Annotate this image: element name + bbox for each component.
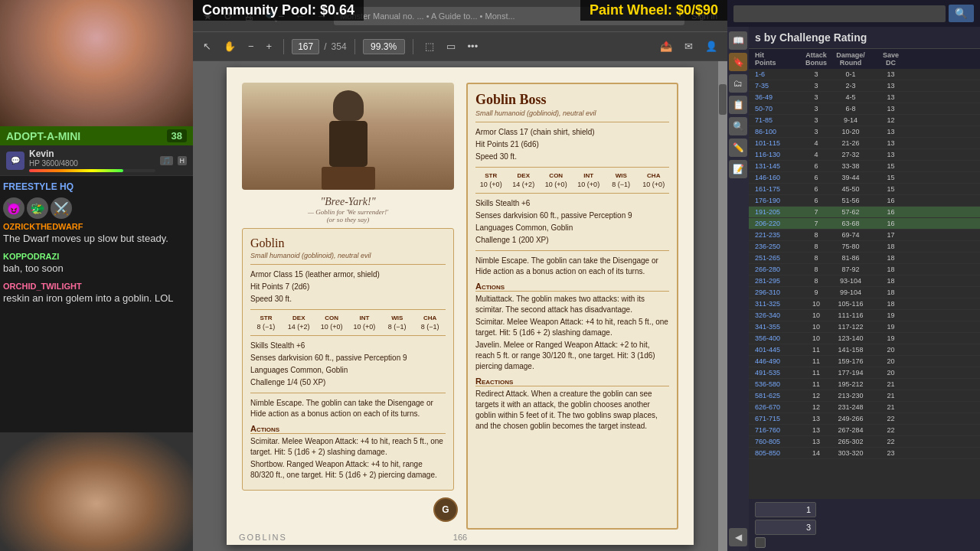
cr-cell-cr: 536-580 [755,380,801,389]
table-row[interactable]: 311-325 10 105-116 18 [749,298,980,310]
boss-con-val: 10 (+0) [541,181,572,188]
cr-cell-dmg: 18 [870,265,912,274]
zoom-in-pdf[interactable]: + [263,38,276,54]
int-header: INT [348,315,380,321]
table-row[interactable]: 581-625 12 213-230 21 [749,390,980,402]
bottom-input-2[interactable]: 3 [755,520,816,535]
table-row[interactable]: 401-445 11 141-158 20 [749,344,980,356]
table-row[interactable]: 251-265 8 81-86 18 [749,253,980,264]
cr-cell-atk: 105-116 [831,299,870,308]
table-row[interactable]: 191-205 7 57-62 16 [749,207,980,218]
table-row[interactable]: 236-250 8 75-80 18 [749,241,980,253]
cr-cell-dmg: 20 [870,368,912,377]
str-val: 8 (−1) [250,323,282,331]
collapse-panel-btn[interactable]: ◀ [729,528,747,546]
print-button[interactable]: 🖨 [240,8,258,24]
refresh-button[interactable]: ↺ [220,8,237,24]
sidebar-icon-4[interactable]: 📋 [729,96,747,114]
pan-tool[interactable]: ✋ [220,38,240,54]
hp-bar [29,169,155,172]
table-row[interactable]: 1-6 3 0-1 13 [749,69,980,80]
search-input[interactable] [733,5,946,22]
table-row[interactable]: 491-535 11 177-194 20 [749,367,980,379]
sidebar-icon-7[interactable]: 📝 [729,160,747,178]
cr-cell-save [912,150,942,159]
cr-cell-cr: 760-805 [755,437,801,446]
table-row[interactable]: 86-100 3 10-20 13 [749,126,980,138]
cr-cell-hp: 8 [801,242,831,251]
zoom-level: 99.3% [363,39,405,54]
cr-table-body: 1-6 3 0-1 13 7-35 3 2-3 13 36-49 3 4-5 1… [749,69,980,499]
table-row[interactable]: 266-280 8 87-92 18 [749,264,980,276]
table-row[interactable]: 161-175 6 45-50 15 [749,184,980,195]
chat-section-title: FREESTYLE HQ [3,179,190,194]
zoom-out-pdf[interactable]: − [244,38,258,54]
cr-cell-atk: 177-194 [831,368,870,377]
table-row[interactable]: 281-295 8 93-104 18 [749,276,980,287]
table-row[interactable]: 446-490 11 159-176 20 [749,356,980,367]
cr-title-text: s by Challenge Rating [755,31,867,44]
boss-hp: Hit Points 21 (6d6) [475,139,669,150]
account-tool[interactable]: 👤 [701,38,721,54]
more-tools[interactable]: ••• [464,38,482,54]
bottom-checkbox[interactable] [755,537,766,548]
sidebar-icon-6[interactable]: ✏️ [729,139,747,157]
back-button[interactable]: ★ [199,8,217,24]
table-row[interactable]: 116-130 4 27-32 13 [749,149,980,161]
search-button[interactable]: 🔍 [949,5,974,22]
table-row[interactable]: 296-310 9 99-104 18 [749,287,980,298]
sidebar-icon-5[interactable]: 🔍 [729,117,747,135]
cr-cell-cr: 266-280 [755,265,801,274]
cr-cell-save [912,230,942,240]
pdf-scroll-thumb[interactable] [719,84,727,115]
table-row[interactable]: 50-70 3 6-8 13 [749,103,980,115]
table-row[interactable]: 760-805 13 265-302 22 [749,436,980,448]
table-row[interactable]: 71-85 3 9-14 12 [749,115,980,126]
cursor-tool[interactable]: ↖ [199,38,215,54]
table-row[interactable]: 671-715 13 249-266 22 [749,413,980,425]
table-row[interactable]: 176-190 6 51-56 16 [749,195,980,207]
zoom-out-toolbar[interactable]: 🔍− [261,8,288,24]
table-row[interactable]: 101-115 4 21-26 13 [749,138,980,149]
user-badge2: H [178,156,188,165]
cr-cell-hp: 7 [801,207,831,217]
table-row[interactable]: 206-220 7 63-68 16 [749,218,980,230]
table-row[interactable]: 326-340 10 111-116 19 [749,310,980,321]
table-row[interactable]: 36-49 3 4-5 13 [749,92,980,103]
nav-next[interactable]: → [312,8,331,24]
bottom-input-1[interactable]: 1 [755,502,816,517]
select-tool[interactable]: ⬚ [421,38,438,54]
cr-cell-save [912,414,942,423]
cr-cell-hp: 11 [801,345,831,354]
cr-cell-save [912,81,942,90]
chat-text-ozrick: The Dwarf moves up slow but steady. [3,233,190,246]
nav-prev[interactable]: ← [291,8,309,24]
table-row[interactable]: 626-670 12 231-248 21 [749,402,980,413]
sidebar-icon-2[interactable]: 🔖 [729,53,747,71]
annotation-tool[interactable]: ▭ [443,38,459,54]
table-row[interactable]: 221-235 8 69-74 17 [749,230,980,241]
bottom-inputs: 1 3 [749,499,980,551]
table-row[interactable]: 341-355 10 117-122 19 [749,321,980,333]
table-row[interactable]: 7-35 3 2-3 13 [749,80,980,92]
page-number-input[interactable]: 167 [292,39,319,54]
avatar-3: ⚔️ [51,197,72,219]
signin-button[interactable]: Sign in [688,9,721,23]
table-row[interactable]: 131-145 6 33-38 15 [749,161,980,172]
cr-cell-save [912,173,942,182]
pdf-scrollbar[interactable] [718,61,727,551]
cr-cell-hp: 4 [801,139,831,148]
cr-cell-atk: 63-68 [831,219,870,228]
sidebar-icon-3[interactable]: 🗂 [729,74,747,93]
address-bar[interactable]: Monster Manual no. ... • A Guide to... •… [334,7,684,25]
sidebar-icon-1[interactable]: 📖 [729,31,747,50]
table-row[interactable]: 716-760 13 267-284 22 [749,425,980,436]
table-row[interactable]: 536-580 11 195-212 21 [749,379,980,390]
table-row[interactable]: 805-850 14 303-320 23 [749,448,980,459]
adopt-banner: ADOPT-A-MINI 38 [0,126,193,145]
share-tool[interactable]: 📤 [656,38,676,54]
email-tool[interactable]: ✉ [681,38,697,54]
table-row[interactable]: 146-160 6 39-44 15 [749,172,980,184]
table-row[interactable]: 356-400 10 123-140 19 [749,333,980,344]
boss-actions-title: Actions [475,282,669,292]
